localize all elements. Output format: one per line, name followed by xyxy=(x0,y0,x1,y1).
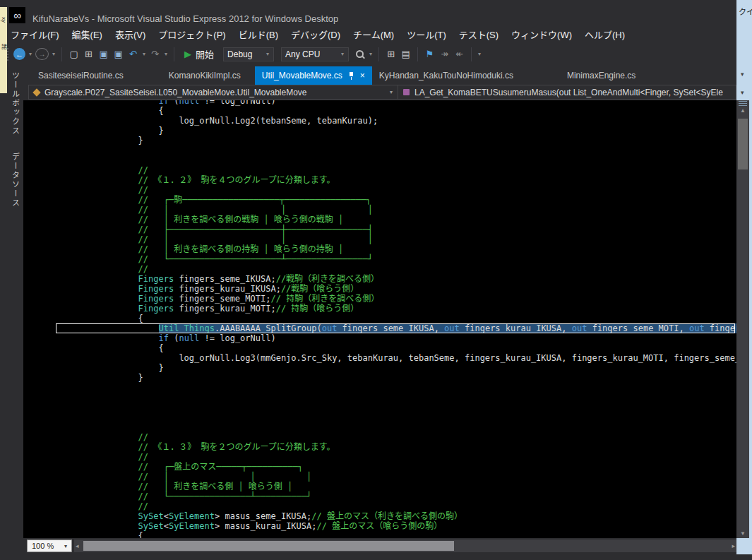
status-bar: 100 % ▾ ◂ ▸ xyxy=(0,538,752,554)
member-list-dropdown-icon[interactable]: ▾ xyxy=(741,89,744,96)
solution-explorer-icon[interactable]: ⊞ xyxy=(385,47,397,61)
menu-item[interactable]: ビルド(B) xyxy=(232,25,285,43)
solution-configurations-select[interactable]: Debug▾ xyxy=(223,47,274,61)
code-line: // │ 利きを調べる側の戦駒 │ 喰らう側の戦駒 │ xyxy=(56,215,736,225)
document-tab[interactable]: KyHandan_KakuTouNoHimoduki.cs xyxy=(372,66,520,85)
properties-window-icon[interactable]: ▤ xyxy=(400,47,412,61)
scroll-up-icon[interactable]: ▲ xyxy=(736,107,749,115)
code-line: Fingers fingers_kurau_IKUSA;//戦駒（喰らう側） xyxy=(56,284,736,294)
selected-code-line: Util_Things.AAABAAAA_SplitGroup(out fing… xyxy=(56,323,736,333)
document-tab[interactable]: MinimaxEngine.cs xyxy=(560,66,643,85)
toolbar-separator xyxy=(174,47,174,61)
code-line: // 《１．３》 駒を２つのグループに分類します。 xyxy=(56,442,736,452)
window-title: KifuNarabeVs - Microsoft Visual Studio E… xyxy=(32,13,338,24)
dropdown-caret-icon[interactable]: ▾ xyxy=(477,51,482,57)
scroll-left-icon[interactable]: ◂ xyxy=(76,540,79,552)
member-dropdown[interactable]: LA_Get_KomaBETUSusumeruMasus(out List_On… xyxy=(398,85,736,100)
add-item-icon[interactable]: ⊞ xyxy=(83,47,95,61)
code-line: Fingers fingers_kurau_MOTI;// 持駒（喰らう側） xyxy=(56,304,736,314)
menu-item[interactable]: チーム(M) xyxy=(347,25,400,43)
document-tab[interactable]: SasiteseiseiRoutine.cs xyxy=(31,66,131,85)
document-list-dropdown-icon[interactable]: ▾ xyxy=(741,71,744,78)
dropdown-caret-icon[interactable]: ▾ xyxy=(164,51,168,57)
autohide-tab[interactable]: ツールボックス xyxy=(10,71,21,136)
scroll-right-icon[interactable]: ▸ xyxy=(732,540,735,552)
dropdown-caret-icon[interactable]: ▾ xyxy=(28,51,32,57)
document-tab[interactable]: Util_MovableMove.cs× xyxy=(255,66,372,85)
type-dropdown[interactable]: Grayscale.P027_SasiteSeisei.L050_Movable… xyxy=(28,85,398,100)
vertical-scroll-thumb[interactable] xyxy=(738,119,748,169)
code-line: // │ 利きを調べる側 │ 喰らう側 │ xyxy=(56,482,736,492)
code-line xyxy=(56,383,736,393)
close-icon[interactable]: × xyxy=(360,71,365,81)
combo-value: Any CPU xyxy=(285,49,320,59)
scroll-down-icon[interactable]: ▼ xyxy=(736,530,749,538)
menu-item[interactable]: 編集(E) xyxy=(66,25,109,43)
toolbar-separator xyxy=(417,47,418,61)
chevron-down-icon: ▾ xyxy=(340,51,345,57)
save-all-icon[interactable]: ▣ xyxy=(112,47,124,61)
autohide-tab[interactable]: データソース xyxy=(10,153,21,208)
pin-icon[interactable] xyxy=(348,71,354,80)
chevron-down-icon: ▾ xyxy=(265,51,270,57)
code-line: // │ │ │ xyxy=(56,472,736,482)
background-window-sliver: xy諸 xyxy=(0,7,7,93)
code-line: { xyxy=(56,106,736,116)
dropdown-caret-icon[interactable]: ▾ xyxy=(142,51,146,57)
menu-item[interactable]: デバッグ(D) xyxy=(285,25,347,43)
code-line: SySet<SyElement> masus_kurau_IKUSA;// 盤上… xyxy=(56,521,736,531)
menu-item[interactable]: ツール(T) xyxy=(400,25,453,43)
type-dropdown-label: Grayscale.P027_SasiteSeisei.L050_Movable… xyxy=(44,88,307,97)
member-dropdown-label: LA_Get_KomaBETUSusumeruMasus(out List_On… xyxy=(414,88,723,97)
horizontal-scrollbar[interactable]: ◂ ▸ xyxy=(74,540,736,552)
dropdown-caret-icon[interactable]: ▾ xyxy=(369,51,373,57)
redo-button[interactable]: ↷ xyxy=(149,47,161,61)
code-line: } xyxy=(56,126,736,136)
code-line: { xyxy=(56,314,736,323)
menu-item[interactable]: 表示(V) xyxy=(109,25,152,43)
combo-value: Debug xyxy=(227,49,252,59)
play-icon: ▶ xyxy=(184,49,191,59)
start-debug-button[interactable]: ▶開始 xyxy=(180,47,218,61)
start-label: 開始 xyxy=(196,47,214,61)
find-icon[interactable] xyxy=(354,47,366,61)
solution-platforms-select[interactable]: Any CPU▾ xyxy=(281,47,349,61)
splitter-grip[interactable] xyxy=(739,101,747,107)
code-area: if (null != log_orNull) { log_orNull.Log… xyxy=(56,100,736,538)
chevron-down-icon: ▾ xyxy=(390,89,393,95)
dropdown-caret-icon[interactable]: ▾ xyxy=(52,51,56,57)
undo-button[interactable]: ↶ xyxy=(127,47,139,61)
scrollbar-corner xyxy=(736,538,752,554)
magnifier-glyph xyxy=(356,50,364,58)
zoom-select[interactable]: 100 % ▾ xyxy=(27,540,72,552)
quick-launch-input[interactable]: クイ xyxy=(739,6,752,17)
code-line: // └──────────────────────┴─────────────… xyxy=(56,254,736,264)
save-icon[interactable]: ▣ xyxy=(97,47,109,61)
code-line: // ┌─駒───────────────────┬──────────────… xyxy=(56,195,736,205)
method-icon xyxy=(403,89,410,95)
code-editor[interactable]: if (null != log_orNull) { log_orNull.Log… xyxy=(23,100,736,538)
code-line: Fingers fingers_seme_MOTI;// 持駒（利きを調べる側） xyxy=(56,294,736,304)
menu-item[interactable]: ヘルプ(H) xyxy=(578,25,631,43)
code-line: // ├──────────────────────┼─────────────… xyxy=(56,225,736,234)
toolbar-separator xyxy=(378,47,379,61)
code-line: Fingers fingers_seme_IKUSA;//戦駒（利きを調べる側） xyxy=(56,274,736,284)
vertical-scrollbar[interactable]: ▲ ▼ xyxy=(736,100,749,538)
horizontal-scroll-thumb[interactable] xyxy=(83,541,454,551)
navigate-back-button[interactable]: ← xyxy=(13,48,25,60)
code-line: // ┌─盤上のマス─────┬──────────┐ xyxy=(56,462,736,472)
menu-item[interactable]: ウィンドウ(W) xyxy=(505,25,578,43)
navigate-forward-button[interactable]: → xyxy=(35,48,49,60)
new-file-icon[interactable]: ▢ xyxy=(68,47,80,61)
tab-bar: SasiteseiseiRoutine.csKomanoKikiImpl.csU… xyxy=(25,66,736,85)
prev-bookmark-icon[interactable]: ↞ xyxy=(453,47,465,61)
menu-item[interactable]: テスト(S) xyxy=(453,25,505,43)
document-tab[interactable]: KomanoKikiImpl.cs xyxy=(162,66,248,85)
menu-item[interactable]: プロジェクト(P) xyxy=(152,25,232,43)
code-line: { xyxy=(56,343,736,353)
code-line: log_orNull.Log2(tebanSeme, tebanKurau); xyxy=(56,116,736,126)
code-line: // xyxy=(56,165,736,175)
toggle-bookmark-icon[interactable]: ⚑ xyxy=(424,47,436,61)
next-bookmark-icon[interactable]: ↠ xyxy=(438,47,450,61)
menu-item[interactable]: ファイル(F) xyxy=(4,25,66,43)
